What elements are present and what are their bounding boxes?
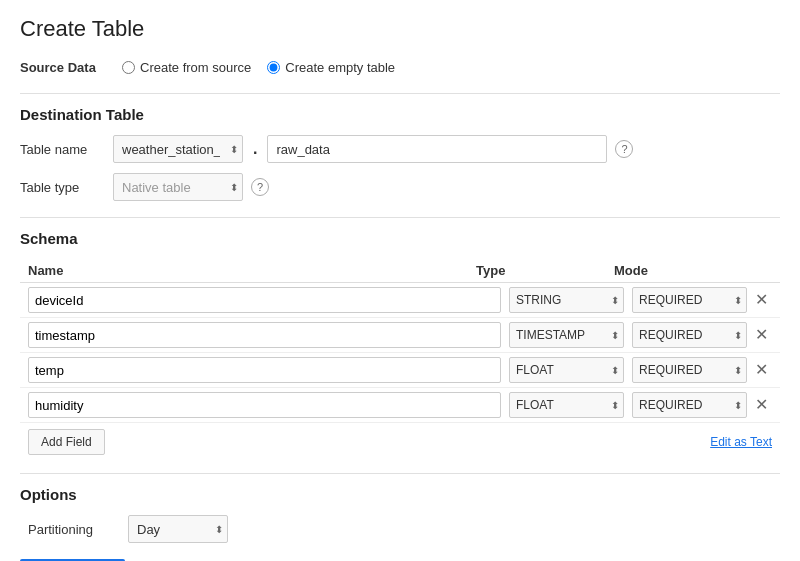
schema-col-mode-header: Mode	[614, 263, 744, 278]
radio-from-source-label: Create from source	[140, 60, 251, 75]
schema-mode-select-wrapper-4: NULLABLE REQUIRED REPEATED	[624, 392, 747, 418]
dataset-select-wrapper: weather_station_iot	[113, 135, 243, 163]
source-data-radio-group: Create from source Create empty table	[122, 60, 395, 75]
options-section: Options Partitioning None Day Hour Month…	[20, 486, 780, 543]
remove-row-button-4[interactable]: ✕	[751, 397, 772, 413]
schema-type-select-wrapper-2: STRING BYTES INTEGER FLOAT BOOLEAN RECOR…	[501, 322, 624, 348]
table-row: STRING BYTES INTEGER FLOAT BOOLEAN RECOR…	[20, 353, 780, 388]
table-name-label: Table name	[20, 142, 105, 157]
schema-column-headers: Name Type Mode	[20, 259, 780, 283]
divider-2	[20, 217, 780, 218]
radio-empty-table[interactable]: Create empty table	[267, 60, 395, 75]
partitioning-select[interactable]: None Day Hour Month Year	[128, 515, 228, 543]
dot-separator: .	[253, 140, 257, 158]
radio-from-source[interactable]: Create from source	[122, 60, 251, 75]
destination-table-header: Destination Table	[20, 106, 780, 123]
radio-empty-table-input[interactable]	[267, 61, 280, 74]
schema-header: Schema	[20, 230, 780, 247]
table-row: STRING BYTES INTEGER FLOAT BOOLEAN RECOR…	[20, 388, 780, 423]
table-row: STRING BYTES INTEGER FLOAT BOOLEAN RECOR…	[20, 283, 780, 318]
schema-mode-select-wrapper-2: NULLABLE REQUIRED REPEATED	[624, 322, 747, 348]
schema-name-input-1[interactable]	[28, 287, 501, 313]
schema-type-select-wrapper-3: STRING BYTES INTEGER FLOAT BOOLEAN RECOR…	[501, 357, 624, 383]
schema-type-select-2[interactable]: STRING BYTES INTEGER FLOAT BOOLEAN RECOR…	[509, 322, 624, 348]
table-type-row: Table type Native table External table V…	[20, 173, 780, 201]
schema-type-select-1[interactable]: STRING BYTES INTEGER FLOAT BOOLEAN RECOR…	[509, 287, 624, 313]
table-type-help-icon[interactable]: ?	[251, 178, 269, 196]
schema-mode-select-wrapper-1: NULLABLE REQUIRED REPEATED	[624, 287, 747, 313]
divider-3	[20, 473, 780, 474]
edit-as-text-button[interactable]: Edit as Text	[710, 435, 772, 449]
partitioning-row: Partitioning None Day Hour Month Year	[20, 515, 780, 543]
schema-name-input-3[interactable]	[28, 357, 501, 383]
schema-actions: Add Field Edit as Text	[20, 423, 780, 461]
remove-row-button-3[interactable]: ✕	[751, 362, 772, 378]
schema-name-input-4[interactable]	[28, 392, 501, 418]
options-header: Options	[20, 486, 780, 503]
table-name-input[interactable]	[267, 135, 607, 163]
schema-col-name-header: Name	[28, 263, 468, 278]
schema-type-select-wrapper-4: STRING BYTES INTEGER FLOAT BOOLEAN RECOR…	[501, 392, 624, 418]
partitioning-label: Partitioning	[28, 522, 118, 537]
schema-type-select-wrapper-1: STRING BYTES INTEGER FLOAT BOOLEAN RECOR…	[501, 287, 624, 313]
schema-type-select-4[interactable]: STRING BYTES INTEGER FLOAT BOOLEAN RECOR…	[509, 392, 624, 418]
dataset-select[interactable]: weather_station_iot	[113, 135, 243, 163]
divider-1	[20, 93, 780, 94]
schema-mode-select-1[interactable]: NULLABLE REQUIRED REPEATED	[632, 287, 747, 313]
schema-name-input-2[interactable]	[28, 322, 501, 348]
table-row: STRING BYTES INTEGER FLOAT BOOLEAN RECOR…	[20, 318, 780, 353]
partitioning-select-wrapper: None Day Hour Month Year	[128, 515, 228, 543]
radio-from-source-input[interactable]	[122, 61, 135, 74]
table-name-help-icon[interactable]: ?	[615, 140, 633, 158]
table-type-label: Table type	[20, 180, 105, 195]
schema-type-select-3[interactable]: STRING BYTES INTEGER FLOAT BOOLEAN RECOR…	[509, 357, 624, 383]
radio-empty-table-label: Create empty table	[285, 60, 395, 75]
schema-mode-select-wrapper-3: NULLABLE REQUIRED REPEATED	[624, 357, 747, 383]
schema-section: Schema Name Type Mode STRING BYTES INTEG…	[20, 230, 780, 461]
table-type-select-wrapper: Native table External table View	[113, 173, 243, 201]
add-field-button[interactable]: Add Field	[28, 429, 105, 455]
table-name-row: Table name weather_station_iot . ?	[20, 135, 780, 163]
table-type-select[interactable]: Native table External table View	[113, 173, 243, 201]
remove-row-button-1[interactable]: ✕	[751, 292, 772, 308]
source-data-label: Source Data	[20, 60, 110, 75]
schema-mode-select-4[interactable]: NULLABLE REQUIRED REPEATED	[632, 392, 747, 418]
schema-mode-select-3[interactable]: NULLABLE REQUIRED REPEATED	[632, 357, 747, 383]
schema-col-type-header: Type	[476, 263, 606, 278]
schema-mode-select-2[interactable]: NULLABLE REQUIRED REPEATED	[632, 322, 747, 348]
page-title: Create Table	[20, 16, 780, 42]
remove-row-button-2[interactable]: ✕	[751, 327, 772, 343]
